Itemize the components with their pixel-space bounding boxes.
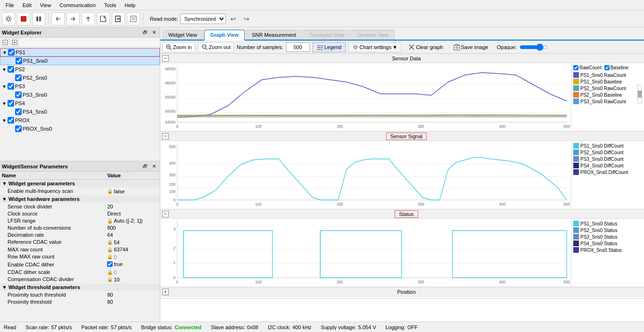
report-button[interactable] — [127, 12, 140, 25]
status-slave-addr: Slave address: 0x08 — [211, 324, 258, 330]
read-mode-label: Read mode: — [150, 16, 178, 22]
tree-item-ps1[interactable]: ▼ PS1 — [0, 48, 160, 57]
svg-rect-28 — [454, 45, 460, 50]
toolbar-separator — [48, 13, 49, 25]
chart-sensor-data-collapse[interactable]: − — [162, 55, 169, 62]
tree-item-ps3-sns0[interactable]: PS3_Sns0 — [0, 91, 160, 99]
tab-snr[interactable]: SNR Measurement — [246, 30, 302, 40]
svg-text:500: 500 — [563, 202, 570, 207]
logging-label: Logging: — [386, 324, 405, 330]
chart-status-collapse[interactable]: − — [162, 211, 169, 217]
tree-item-ps3[interactable]: ▼ PS3 — [0, 82, 160, 91]
tree-label-ps2: PS2 — [15, 66, 25, 72]
chart-sensor-data-title: Sensor Data — [392, 56, 421, 61]
pause-button[interactable] — [32, 12, 45, 25]
svg-text:400: 400 — [499, 202, 506, 207]
packet-rate-label: Packet rate: — [81, 324, 109, 330]
supply-voltage-value: 5.054 V — [358, 324, 376, 330]
svg-text:500: 500 — [563, 124, 570, 129]
svg-text:300: 300 — [169, 173, 176, 178]
tab-bar: Widget View Graph View SNR Measurement T… — [160, 27, 644, 41]
chart-position-collapse[interactable]: + — [162, 289, 169, 295]
tree-item-ps4-sns0[interactable]: PS4_Sns0 — [0, 108, 160, 116]
tab-graph-view[interactable]: Graph View — [204, 30, 245, 41]
back-button[interactable] — [51, 12, 65, 25]
restore-button[interactable]: 🗗 — [141, 29, 149, 35]
baseline-checkbox[interactable] — [604, 65, 610, 70]
zoom-out-button[interactable]: Zoom out — [198, 42, 234, 52]
menu-help[interactable]: Help — [121, 1, 139, 9]
chart-sensor-signal-collapse[interactable]: − — [162, 133, 169, 140]
samples-label: Number of samples: — [237, 44, 283, 50]
chart-sensor-data-header: − Sensor Data — [160, 54, 644, 63]
close-panel-button[interactable]: ✕ — [150, 29, 158, 35]
export-button[interactable] — [97, 12, 110, 25]
stop-button[interactable] — [17, 12, 30, 25]
legend-ss-ps2: PS2_Sns0 DiffCount — [573, 149, 642, 155]
chart-sensor-signal-header: − Sensor Signal — [160, 132, 644, 141]
menu-file[interactable]: File — [2, 1, 18, 9]
baseline-checkbox-label[interactable]: Baseline — [604, 65, 628, 70]
tab-widget-view[interactable]: Widget View — [162, 30, 203, 40]
tree-item-ps2[interactable]: ▼ PS2 — [0, 65, 160, 74]
legend-button[interactable]: Legend — [313, 42, 346, 52]
status-legend: PS1_Sns0 Status PS2_Sns0 Status PS3_Sns0… — [571, 219, 644, 286]
svg-text:200: 200 — [169, 182, 176, 187]
param-row-max-raw: Row MAX raw count 🔒 0 — [0, 253, 160, 261]
params-table: Name Value ▼ Widget general parameters E… — [0, 172, 160, 322]
svg-line-15 — [170, 48, 172, 50]
main-layout: Widget Explorer 🗗 ✕ ▼ PS1 — [0, 27, 644, 322]
menu-view[interactable]: View — [36, 1, 55, 9]
forward-button[interactable] — [66, 12, 80, 25]
rawcount-checkbox[interactable] — [573, 65, 578, 70]
param-sense-clock: Sense clock divider 20 — [0, 203, 160, 210]
menu-communication[interactable]: Communication — [56, 1, 99, 9]
expand-all-button[interactable] — [10, 38, 19, 47]
checkbox-cdac-dither[interactable] — [107, 261, 113, 267]
tree-checkbox-ps2-sns0[interactable] — [15, 75, 22, 81]
svg-text:0: 0 — [173, 198, 176, 203]
tree-checkbox-ps2[interactable] — [8, 66, 14, 73]
svg-point-0 — [7, 17, 10, 20]
explorer-toolbar — [0, 38, 160, 47]
tree-checkbox-ps1-sns0[interactable] — [16, 58, 22, 64]
tree-item-prox-sns0[interactable]: PROX_Sns0 — [0, 124, 160, 133]
param-ref-cdac: Reference CDAC value 🔒 54 — [0, 239, 160, 246]
chart-settings-button[interactable]: Chart settings ▼ — [348, 42, 402, 52]
menu-edit[interactable]: Edit — [19, 1, 35, 9]
status-i2c-clock: I2C clock: 400 kHz — [268, 324, 312, 330]
tree-checkbox-ps1[interactable] — [8, 49, 15, 56]
menu-tools[interactable]: Tools — [100, 1, 120, 9]
tree-item-ps2-sns0[interactable]: PS2_Sns0 — [0, 74, 160, 82]
tree-item-ps1-sns0[interactable]: PS1_Sns0 — [0, 57, 160, 65]
samples-input[interactable] — [286, 42, 310, 52]
legend-ss-ps4: PS4_Sns0 DiffCount — [573, 163, 642, 168]
up-button[interactable] — [82, 12, 95, 25]
settings-button[interactable] — [2, 12, 15, 25]
opaque-slider[interactable] — [520, 43, 548, 51]
params-close-button[interactable]: ✕ — [150, 163, 158, 169]
zoom-in-label: Zoom in — [173, 44, 192, 50]
tree-checkbox-ps3[interactable] — [8, 83, 14, 90]
tree-item-ps4[interactable]: ▼ PS4 — [0, 99, 160, 108]
tree-expand-ps1: ▼ — [2, 50, 8, 55]
undo-button[interactable]: ↩ — [228, 13, 239, 25]
clear-graph-button[interactable]: Clear graph — [405, 42, 446, 52]
zoom-in-button[interactable]: Zoom in — [162, 42, 195, 52]
legend-scrollbar[interactable] — [637, 84, 642, 103]
tree-checkbox-ps4-sns0[interactable] — [15, 108, 22, 115]
read-mode-select[interactable]: Synchronized — [180, 14, 226, 24]
svg-rect-80 — [320, 231, 401, 278]
import-button[interactable] — [112, 12, 125, 25]
rawcount-checkbox-label[interactable]: RawCount — [573, 65, 602, 70]
svg-text:100: 100 — [169, 189, 176, 194]
collapse-all-button[interactable] — [1, 38, 9, 47]
tree-checkbox-prox-sns0[interactable] — [15, 125, 22, 132]
tree-item-prox[interactable]: ▼ PROX — [0, 116, 160, 124]
tree-checkbox-ps4[interactable] — [8, 100, 14, 107]
tree-checkbox-ps3-sns0[interactable] — [15, 91, 22, 98]
save-image-button[interactable]: Save image — [450, 42, 492, 52]
params-restore-button[interactable]: 🗗 — [141, 163, 149, 169]
redo-button[interactable]: ↪ — [241, 13, 252, 25]
tree-checkbox-prox[interactable] — [8, 117, 14, 124]
